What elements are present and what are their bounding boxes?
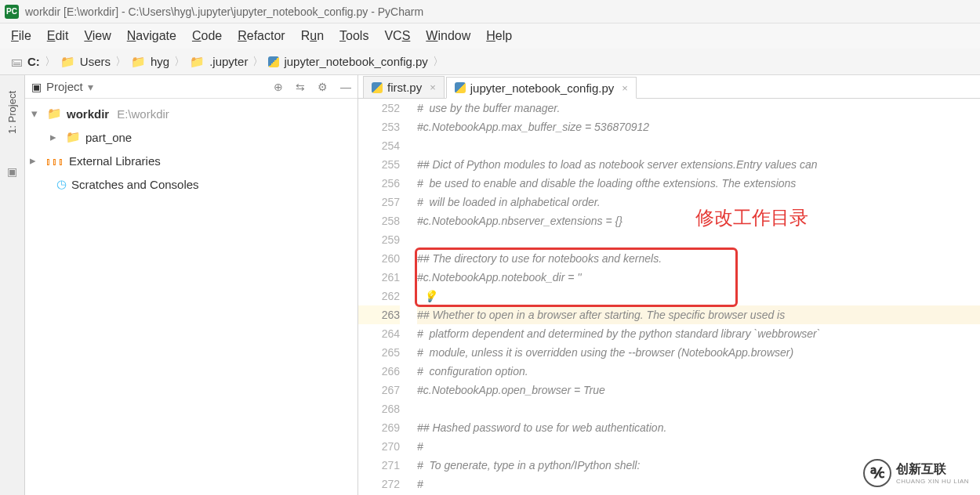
sidebar-folder-icon[interactable]: ▣	[7, 165, 17, 178]
folder-icon: 🖴	[11, 55, 23, 68]
bulb-icon[interactable]: 💡	[423, 290, 437, 302]
folder-icon: 📁	[60, 55, 75, 69]
code-line[interactable]	[417, 230, 980, 249]
tree-item-part-one[interactable]: ▸ 📁 part_one	[25, 125, 358, 149]
chevron-icon: 〉	[45, 55, 56, 69]
gear-icon[interactable]: ⚙	[318, 81, 328, 93]
tool-sidebar: 1: Project ▣	[0, 75, 25, 495]
code-line[interactable]: #c.NotebookApp.max_buffer_size = 5368709…	[417, 117, 980, 136]
breadcrumb: 🖴C: 〉 📁Users 〉 📁hyg 〉 📁.jupyter 〉 jupyte…	[0, 49, 980, 75]
tab-label: first.py	[387, 81, 422, 94]
menu-run[interactable]: Run	[301, 29, 324, 43]
editor-area: first.py × jupyter_notebook_config.py × …	[358, 75, 980, 495]
editor-tabs: first.py × jupyter_notebook_config.py ×	[358, 75, 980, 99]
menu-window[interactable]: Window	[426, 29, 470, 43]
folder-icon: 📁	[66, 130, 81, 144]
breadcrumb-item-file[interactable]: jupyter_notebook_config.py	[265, 55, 430, 68]
code-line[interactable]: # platform dependent and determined by t…	[417, 324, 980, 343]
scratch-icon: ◷	[56, 177, 67, 191]
tree-item-scratches[interactable]: ◷ Scratches and Consoles	[25, 172, 358, 196]
watermark-sub: CHUANG XIN HU LIAN	[896, 478, 969, 485]
gutter: 2522532542552562572582592602612622632642…	[358, 99, 409, 495]
breadcrumb-item-hyg[interactable]: 📁hyg	[128, 55, 172, 69]
folder-icon: 📁	[131, 55, 146, 69]
project-panel-header: ▣ Project ▾ ⊕ ⇆ ⚙ —	[25, 75, 358, 99]
code-line[interactable]: ## Whether to open in a browser after st…	[417, 305, 980, 324]
chevron-icon: 〉	[252, 55, 263, 69]
menu-refactor[interactable]: Refactor	[238, 29, 285, 43]
project-panel-title: Project	[46, 80, 83, 93]
window-title: workdir [E:\workdir] - C:\Users\hyg\.jup…	[25, 5, 423, 18]
breadcrumb-item-jupyter[interactable]: 📁.jupyter	[187, 55, 251, 69]
code-line[interactable]: ## Dict of Python modules to load as not…	[417, 155, 980, 174]
menu-file[interactable]: File	[11, 29, 31, 43]
close-icon[interactable]: ×	[430, 81, 436, 93]
watermark: ℀ 创新互联 CHUANG XIN HU LIAN	[863, 459, 969, 487]
main-area: 1: Project ▣ ▣ Project ▾ ⊕ ⇆ ⚙ — ▾ 📁 wor…	[0, 75, 980, 495]
project-panel-tools: ⊕ ⇆ ⚙ —	[274, 81, 351, 93]
project-tree: ▾ 📁 workdir E:\workdir ▸ 📁 part_one ▸ ⫾⫾…	[25, 99, 358, 199]
menu-tools[interactable]: Tools	[339, 29, 368, 43]
menu-help[interactable]: Help	[486, 29, 512, 43]
tree-item-external-libs[interactable]: ▸ ⫾⫾⫾ External Libraries	[25, 149, 358, 172]
menu-code[interactable]: Code	[192, 29, 222, 43]
app-icon: PC	[5, 5, 19, 19]
dropdown-icon[interactable]: ▾	[88, 81, 93, 93]
menu-vcs[interactable]: VCS	[384, 29, 410, 43]
code-line[interactable]	[417, 399, 980, 418]
code-line[interactable]: ## Hashed password to use for web authen…	[417, 418, 980, 437]
code-line[interactable]: # be used to enable and disable the load…	[417, 174, 980, 193]
breadcrumb-item-c[interactable]: 🖴C:	[8, 55, 43, 68]
python-icon	[372, 82, 383, 93]
tab-jupyter-config[interactable]: jupyter_notebook_config.py ×	[446, 77, 637, 99]
chevron-right-icon: ▸	[30, 154, 41, 168]
watermark-text: 创新互联	[896, 461, 969, 478]
code-editor[interactable]: 2522532542552562572582592602612622632642…	[358, 99, 980, 495]
sidebar-tab-project[interactable]: 1: Project	[6, 91, 18, 134]
menu-edit[interactable]: Edit	[47, 29, 69, 43]
code-lines[interactable]: # use by the buffer manager.#c.NotebookA…	[409, 99, 980, 495]
menu-navigate[interactable]: Navigate	[127, 29, 176, 43]
chevron-icon: 〉	[433, 55, 444, 69]
tab-label: jupyter_notebook_config.py	[470, 81, 614, 95]
breadcrumb-item-users[interactable]: 📁Users	[57, 55, 114, 69]
target-icon[interactable]: ⊕	[274, 81, 283, 93]
tree-item-workdir[interactable]: ▾ 📁 workdir E:\workdir	[25, 102, 358, 125]
code-line[interactable]: ## The directory to use for notebooks an…	[417, 249, 980, 268]
python-icon	[268, 56, 279, 67]
code-line[interactable]: 💡	[417, 287, 980, 305]
folder-icon: 📁	[47, 107, 62, 121]
close-icon[interactable]: ×	[622, 82, 628, 94]
folder-icon: ▣	[31, 81, 42, 93]
collapse-icon[interactable]: ⇆	[296, 81, 305, 93]
library-icon: ⫾⫾⫾	[45, 154, 64, 168]
code-line[interactable]: #	[417, 437, 980, 456]
code-line[interactable]	[417, 136, 980, 155]
menu-view[interactable]: View	[84, 29, 111, 43]
watermark-icon: ℀	[863, 459, 891, 487]
code-line[interactable]: # module, unless it is overridden using …	[417, 343, 980, 362]
folder-icon: 📁	[190, 55, 205, 69]
chevron-right-icon: ▸	[50, 130, 61, 144]
chevron-icon: 〉	[174, 55, 185, 69]
annotation-text: 修改工作目录	[695, 205, 808, 230]
tab-first-py[interactable]: first.py ×	[363, 76, 445, 98]
code-line[interactable]: #c.NotebookApp.notebook_dir = ''	[417, 268, 980, 287]
code-line[interactable]: #c.NotebookApp.open_browser = True	[417, 381, 980, 399]
menubar: File Edit View Navigate Code Refactor Ru…	[0, 23, 980, 49]
project-panel: ▣ Project ▾ ⊕ ⇆ ⚙ — ▾ 📁 workdir E:\workd…	[25, 75, 358, 495]
chevron-icon: 〉	[115, 55, 126, 69]
minimize-icon[interactable]: —	[340, 81, 351, 93]
code-line[interactable]: # configuration option.	[417, 362, 980, 381]
titlebar: PC workdir [E:\workdir] - C:\Users\hyg\.…	[0, 0, 980, 23]
code-line[interactable]: # use by the buffer manager.	[417, 99, 980, 117]
chevron-down-icon: ▾	[31, 107, 42, 121]
python-icon	[455, 82, 466, 93]
